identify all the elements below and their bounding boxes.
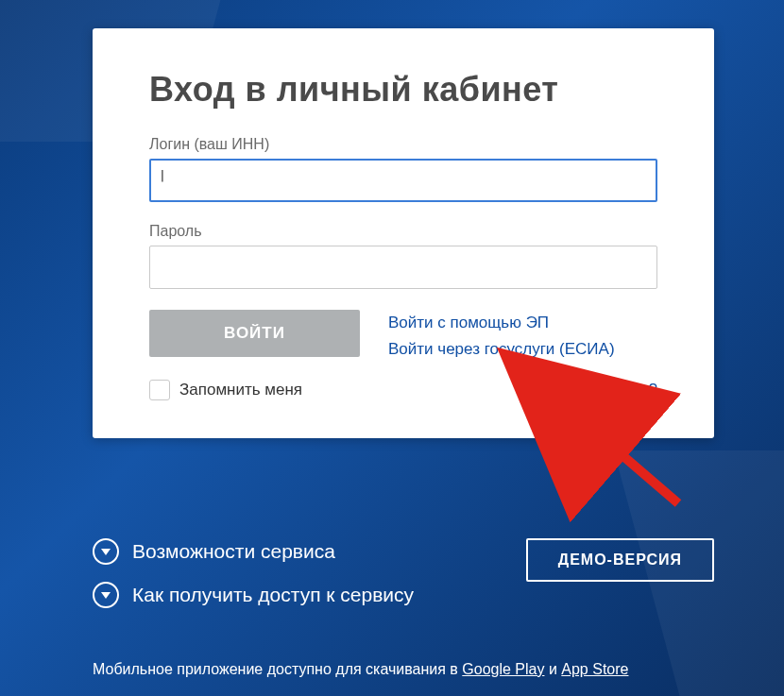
google-play-link[interactable]: Google Play: [462, 661, 544, 677]
chevron-down-icon: [93, 582, 119, 608]
service-features-label: Возможности сервиса: [132, 540, 335, 563]
remember-row: Запомнить меня Забыли пароль?: [149, 380, 657, 400]
login-button[interactable]: ВОЙТИ: [149, 310, 360, 357]
forgot-password-link[interactable]: Забыли пароль?: [534, 381, 657, 399]
app-store-link[interactable]: App Store: [561, 661, 628, 677]
password-input[interactable]: [149, 246, 657, 289]
page-title: Вход в личный кабинет: [149, 70, 657, 110]
remember-label: Запомнить меня: [179, 381, 302, 399]
login-label: Логин (ваш ИНН): [149, 136, 657, 153]
login-field-group: Логин (ваш ИНН) |: [149, 136, 657, 202]
chevron-down-icon: [93, 538, 119, 565]
action-row: ВОЙТИ Войти с помощью ЭП Войти через гос…: [149, 310, 657, 359]
mobile-app-line: Мобильное приложение доступно для скачив…: [93, 661, 735, 678]
mobile-sep: и: [544, 661, 561, 677]
below-card-section: Возможности сервиса ДЕМО-ВЕРСИЯ Как полу…: [93, 538, 714, 625]
mobile-prefix: Мобильное приложение доступно для скачив…: [93, 661, 462, 677]
password-label: Пароль: [149, 223, 657, 240]
login-input[interactable]: [149, 159, 657, 202]
expand-service-features[interactable]: Возможности сервиса: [93, 538, 335, 565]
login-card: Вход в личный кабинет Логин (ваш ИНН) | …: [93, 28, 714, 438]
remember-checkbox[interactable]: [149, 380, 170, 400]
demo-button[interactable]: ДЕМО-ВЕРСИЯ: [526, 538, 714, 582]
text-cursor: |: [159, 168, 166, 182]
login-ep-link[interactable]: Войти с помощью ЭП: [388, 314, 615, 332]
login-esia-link[interactable]: Войти через госуслуги (ЕСИА): [388, 340, 615, 359]
expand-how-access[interactable]: Как получить доступ к сервису: [93, 582, 714, 608]
alt-login-links: Войти с помощью ЭП Войти через госуслуги…: [388, 310, 615, 359]
password-field-group: Пароль: [149, 223, 657, 289]
how-access-label: Как получить доступ к сервису: [132, 584, 414, 606]
